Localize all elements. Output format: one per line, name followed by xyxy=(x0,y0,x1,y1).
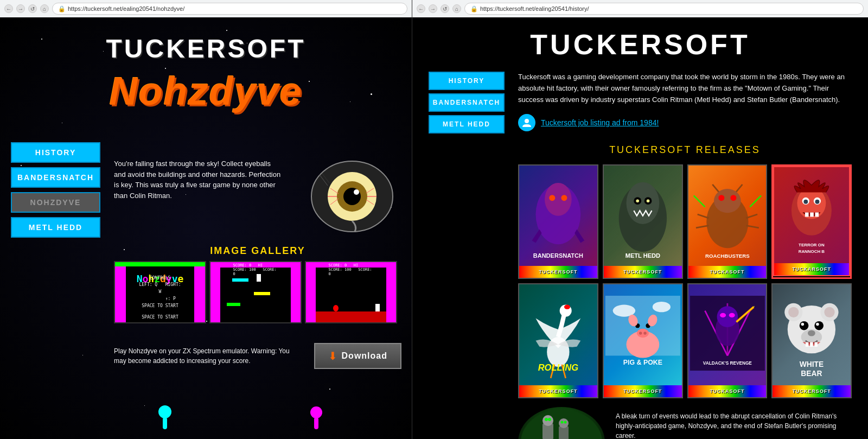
lock-icon-left: 🔒 xyxy=(58,5,66,12)
bandersnatch-art: BANDERSNATCH xyxy=(519,177,597,267)
job-listing-icon xyxy=(518,114,535,131)
white-bear-img: WHITE BEAR xyxy=(773,284,851,397)
url-left: https://tuckersoft.net/ealing20541/nohzd… xyxy=(68,5,184,12)
home-button-left[interactable]: ⌂ xyxy=(40,4,49,13)
job-listing-link[interactable]: Tuckersoft job listing ad from 1984! xyxy=(541,118,659,127)
ornament-cyan xyxy=(157,404,173,434)
ornament-pink xyxy=(309,405,323,434)
ornament-pink-svg xyxy=(309,405,323,431)
releases-title: TUCKERSOFT RELEASES xyxy=(518,144,852,156)
download-btn-label: Download xyxy=(342,351,387,361)
svg-point-63 xyxy=(653,302,671,312)
svg-text:ROACHBUSTERS: ROACHBUSTERS xyxy=(705,253,750,259)
svg-point-25 xyxy=(626,182,659,224)
refresh-button-left[interactable]: ↺ xyxy=(28,4,37,13)
player-char xyxy=(257,274,261,282)
page-content-right: TUCKERSOFT HISTORY BANDERSNATCH METL HED… xyxy=(412,17,868,439)
back-button-left[interactable]: ← xyxy=(4,4,13,13)
download-button[interactable]: ⬇ Download xyxy=(314,343,401,369)
svg-point-95 xyxy=(808,330,815,336)
svg-point-103 xyxy=(542,415,553,426)
svg-point-81 xyxy=(729,313,735,317)
pig-poke-label: TUCKERSOFT xyxy=(604,385,682,397)
metl-hedd-nav-btn[interactable]: METL HEDD xyxy=(11,217,100,238)
right-browser-panel: ← → ↺ ⌂ 🔒 https://tuckersoft.net/ealing2… xyxy=(412,0,868,439)
terror-label-text: TUCKARSOFT xyxy=(792,266,831,272)
forward-button-left[interactable]: → xyxy=(16,4,25,13)
game-card-white-bear[interactable]: WHITE BEAR TUCKERSOFT xyxy=(771,283,852,398)
gallery-image-1[interactable]: Nohzdyve CONTROLS LEFT: Q RIGHT: W ↑: P … xyxy=(114,261,206,323)
svg-point-91 xyxy=(815,321,824,330)
game-card-bandersnatch[interactable]: BANDERSNATCH TUCKERSOFT xyxy=(518,164,598,279)
svg-point-108 xyxy=(561,421,564,423)
svg-text:TERROR ON: TERROR ON xyxy=(799,243,825,247)
game-card-rolling[interactable]: ROLLING TUCKERSOFT xyxy=(518,283,598,398)
terror-img: TERROR ON RANNOCH B xyxy=(774,167,849,275)
star xyxy=(62,123,62,123)
svg-rect-14 xyxy=(163,417,167,429)
game-card-pig-poke[interactable]: PIG & POKE TUCKERSOFT xyxy=(603,283,683,398)
svg-rect-97 xyxy=(810,342,813,347)
history-nav-btn[interactable]: HISTORY xyxy=(11,142,100,163)
bandersnatch-btn-right[interactable]: BANDERSNATCH xyxy=(429,93,505,112)
left-browser-panel: ← → ↺ ⌂ 🔒 https://tuckersoft.net/ealing2… xyxy=(0,0,412,439)
scr-bottom-text: SPACE TO START xyxy=(142,315,178,320)
refresh-button-right[interactable]: ↺ xyxy=(441,4,449,13)
history-btn-right[interactable]: HISTORY xyxy=(429,72,505,90)
right-layout: HISTORY BANDERSNATCH METL HEDD Tuckersof… xyxy=(429,72,852,439)
back-button-right[interactable]: ← xyxy=(417,4,425,13)
svg-rect-50 xyxy=(805,213,809,217)
svg-point-36 xyxy=(730,195,736,201)
svg-point-49 xyxy=(815,200,820,204)
terror-label: TUCKARSOFT xyxy=(774,263,849,275)
game-card-terror[interactable]: TERROR ON RANNOCH B TUCKARSOFT xyxy=(771,164,852,279)
player-char xyxy=(375,304,380,311)
right-inner-content: TUCKERSOFT HISTORY BANDERSNATCH METL HED… xyxy=(412,17,868,439)
svg-point-34 xyxy=(714,189,741,213)
svg-point-107 xyxy=(548,418,551,421)
download-section: Play Nohzdyve on your ZX Spectrum emulat… xyxy=(114,343,401,369)
game-card-valdacks[interactable]: VALDACK'S REVENGE TUCKASOFT xyxy=(687,283,768,398)
svg-line-41 xyxy=(693,196,705,207)
platform xyxy=(227,303,240,306)
game-card-metl-hedd[interactable]: METL HEDD TUCKERSOFT xyxy=(603,164,683,279)
svg-point-28 xyxy=(636,200,639,203)
pig-poke-img: PIG & POKE xyxy=(604,284,682,397)
bandersnatch-nav-btn[interactable]: BANDERSNATCH xyxy=(11,167,100,188)
svg-rect-96 xyxy=(806,342,809,347)
svg-rect-16 xyxy=(314,417,318,429)
platform xyxy=(254,292,270,295)
metl-hedd-img: METL HEDD xyxy=(604,166,682,278)
scr-border xyxy=(115,262,126,322)
rolling-label-text: TUCKERSOFT xyxy=(539,389,578,394)
svg-line-40 xyxy=(746,226,758,228)
game-description: You're falling fast through the sky! Col… xyxy=(114,158,282,201)
right-content-area: Tuckersoft was a gaming development comp… xyxy=(518,72,852,439)
address-bar-left[interactable]: 🔒 https://tuckersoft.net/ealing20541/noh… xyxy=(52,3,407,15)
svg-point-109 xyxy=(564,421,567,423)
eye-svg xyxy=(303,158,401,234)
gallery-image-2[interactable]: SCORE: 0 HI SCORE: 100 SCORE: 0 xyxy=(209,261,302,323)
person-icon xyxy=(521,117,532,128)
address-bar-right[interactable]: 🔒 https://tuckersoft.net/ealing20541/his… xyxy=(464,3,864,15)
scr2-score: SCORE: 0 HI SCORE: 100 SCORE: 0 xyxy=(233,263,278,276)
white-bear-art: WHITE BEAR xyxy=(773,296,851,386)
svg-point-68 xyxy=(643,332,647,335)
metl-hedd-label: TUCKERSOFT xyxy=(604,266,682,278)
roachbusters-art: ROACHBUSTERS xyxy=(688,177,767,267)
nohzdyve-nav-btn[interactable]: NOHZDYVE xyxy=(11,192,100,213)
svg-point-13 xyxy=(158,405,171,418)
star xyxy=(329,389,330,390)
svg-point-66 xyxy=(637,329,649,338)
forward-button-right[interactable]: → xyxy=(429,4,437,13)
svg-point-17 xyxy=(525,119,529,123)
download-arrow-icon: ⬇ xyxy=(328,349,337,362)
bottom-circle-svg xyxy=(518,407,605,439)
game-card-roachbusters[interactable]: ROACHBUSTERS TUCKASOFT xyxy=(687,164,768,279)
gallery-image-3[interactable]: SCORE: 0 HI SCORE: 100 SCORE: 0 xyxy=(305,261,397,323)
url-right: https://tuckersoft.net/ealing20541/histo… xyxy=(480,5,589,12)
svg-rect-51 xyxy=(810,213,814,217)
svg-text:METL HEDD: METL HEDD xyxy=(626,252,660,259)
home-button-right[interactable]: ⌂ xyxy=(452,4,461,13)
metl-hedd-btn-right[interactable]: METL HEDD xyxy=(429,115,505,133)
